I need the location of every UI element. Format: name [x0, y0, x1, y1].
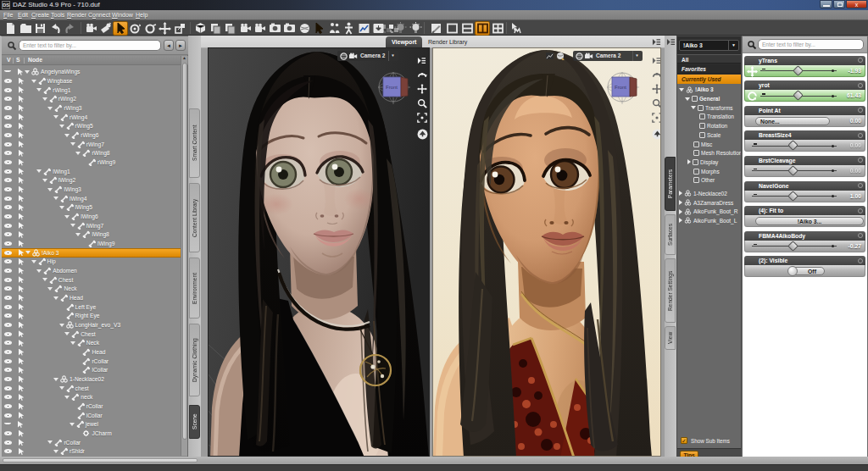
svg-text:Front: Front [386, 85, 398, 90]
svg-text:Front: Front [615, 85, 626, 90]
